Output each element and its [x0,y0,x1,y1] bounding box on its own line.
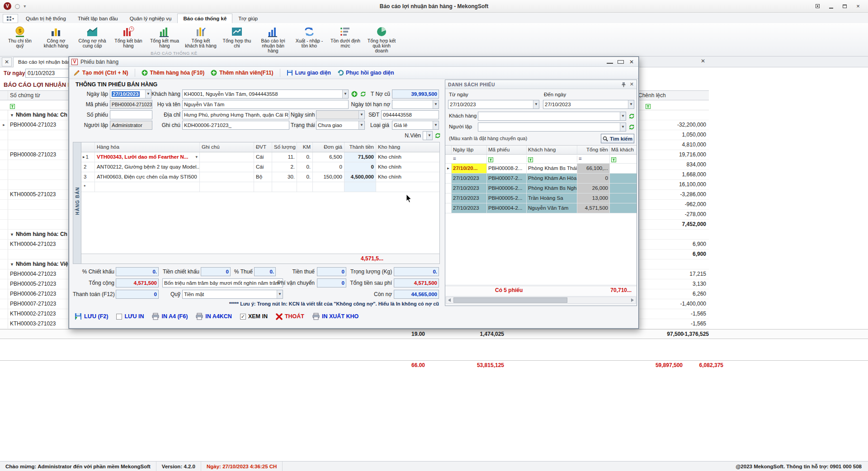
thue-pct-input[interactable]: 0. [254,267,276,276]
ngay-lap-input[interactable]: 27/10/2023▼ [110,89,151,99]
add-staff-button[interactable]: Thêm nhân viên(F11) [211,70,273,76]
refresh-icon[interactable] [360,91,366,97]
preview-checkbox[interactable]: ✓ XEM IN [240,313,268,320]
dropdown-arrow-icon[interactable]: ▼ [426,132,432,140]
checkbox-checked-icon[interactable]: ✓ [240,314,246,320]
tab-bao-cao-thong-ke[interactable]: Báo cáo thống kê [177,14,232,23]
invoice-row[interactable]: 27/10/2023 PBH00005-2... Trần Hoàng Sa 1… [445,193,637,203]
dialog-maximize-button[interactable] [618,59,624,65]
trang-thai-combo[interactable]: Chưa giao▼ [316,121,365,130]
save-button[interactable]: LƯU (F2) [75,313,108,320]
tab-quan-tri-he-thong[interactable]: Quản trị hệ thống [20,14,72,23]
dropdown-arrow-icon[interactable]: ▼ [359,121,364,129]
tab-close-icon[interactable]: ✕ [2,57,12,66]
sales-grid-row[interactable]: * [81,182,439,192]
ribbon-button-tong-hop-thu-chi[interactable]: Tổng hợp thu chi [219,24,255,49]
khach-hang-combo[interactable]: KH0001, Nguyễn Văn Tám, 0944443558▼ [182,89,349,99]
tab-tro-giup[interactable]: Trợ giúp [232,14,264,23]
dialog-titlebar[interactable]: V Phiếu bán hàng ✕ [69,57,638,67]
col-dvt[interactable]: ĐVT [254,142,272,152]
tab-quan-ly-nghiep-vu[interactable]: Quản lý nghiệp vụ [124,14,178,23]
col-ma-khach[interactable]: Mã khách [610,146,637,154]
dropdown-arrow-icon[interactable]: ▼ [620,123,626,131]
scrollbar-thumb[interactable] [453,297,567,303]
save-print-checkbox[interactable]: LƯU IN [116,313,144,320]
tien-chiet-khau-input[interactable]: 0 [201,267,231,276]
panel-tu-ngay-input[interactable]: 27/10/2023▼ [448,100,539,109]
print-export-button[interactable]: IN XUẤT KHO [312,313,359,320]
scroll-left-icon[interactable] [446,297,453,303]
tabstrip-close-right-icon[interactable]: ✕ [701,58,705,64]
add-product-button[interactable]: Thêm hàng hóa (F10) [142,70,205,76]
panel-header[interactable]: DANH SÁCH PHIẾU ✕ [445,80,637,89]
ribbon-button-xuat-nhap-ton-kho[interactable]: Xuất - nhập - tồn kho [291,24,327,49]
col-kho-hang[interactable]: Kho hàng [376,142,439,152]
invoice-row[interactable]: 27/10/2023 PBH00006-2... Phòng Khám Bs N… [445,184,637,193]
add-customer-icon[interactable] [351,91,358,97]
ribbon-button-tong-hop-ket-qua-kinh-doanh[interactable]: Tổng hợp kết quả kinh doanh [363,24,400,54]
dropdown-arrow-icon[interactable]: ▼ [342,90,348,98]
panel-filter-row[interactable]: = = [445,155,637,164]
col-km[interactable]: KM [297,142,313,152]
quy-combo[interactable]: Tiền mặt▼ [182,290,283,299]
col-khach-hang[interactable]: Khách hàng [527,146,577,154]
dialog-close-button[interactable]: ✕ [628,59,635,65]
dropdown-arrow-icon[interactable]: ▼ [359,111,364,119]
pin-icon[interactable] [621,82,626,87]
close-button[interactable]: × [854,3,862,10]
group-collapse-icon[interactable]: ▼ [10,232,14,237]
ribbon-button-tong-ket-khach-tra-hang[interactable]: Tổng kết khách trả hàng [183,24,219,49]
col-so-luong[interactable]: Số lượng [272,142,297,152]
col-ngay-lap[interactable]: Ngày lập [452,146,487,154]
col-hang-hoa[interactable]: Hàng hóa [95,142,200,152]
ghi-chu-input[interactable]: KDH00006-271023_ [182,121,289,130]
print-a4kcn-button[interactable]: IN A4KCN [196,313,232,320]
trong-luong-input[interactable]: 0. [394,267,439,276]
window-list-button[interactable]: ▾ [3,14,18,23]
print-a4-button[interactable]: IN A4 (F6) [152,313,188,320]
ribbon-button-tong-ket-mua-hang[interactable]: Tổng kết mua hàng [146,24,183,49]
ribbon-button-tong-ket-ban-hang[interactable]: Tổng kết bán hàng [110,24,146,49]
refresh-icon[interactable] [434,132,441,139]
ngay-sinh-combo[interactable]: ▼ [316,110,365,119]
panel-close-icon[interactable]: ✕ [630,81,634,87]
maximize-button[interactable] [841,3,848,10]
chiet-khau-pct-input[interactable]: 0. [116,267,159,276]
panel-den-ngay-input[interactable]: 27/10/2023▼ [543,100,634,109]
invoice-row[interactable]: 27/10/2023 PBH00004-2... Nguyễn Văn Tám … [445,203,637,213]
ribbon-button-thu-chi-ton-quy[interactable]: $ Thu chi tồn quỹ [2,24,38,49]
ribbon-button-cong-no-nha-cung-cap[interactable]: Công nợ nhà cung cấp [74,24,110,49]
dropdown-arrow-icon[interactable]: ▼ [628,100,634,108]
sales-grid-row[interactable]: 3 ATH00603, Điện cực chén của máy STI500… [81,172,439,182]
search-button[interactable]: Tìm kiếm [601,134,634,143]
from-date-input[interactable]: 01/10/2023 [25,69,69,78]
loai-gia-combo[interactable]: Giá lẻ▼ [392,121,439,130]
panel-nguoi-lap-combo[interactable]: ▼ [478,122,626,132]
tab-thiet-lap-ban-dau[interactable]: Thiết lập ban đầu [72,14,124,23]
dialog-minimize-button[interactable] [607,59,613,65]
col-tong-tien[interactable]: Tổng tiền [577,146,610,154]
group-collapse-icon[interactable]: ▼ [10,113,14,118]
grid-side-tab[interactable]: HÀNG BÁN [73,142,81,264]
column-header-so-chung-tu[interactable]: Số chứng từ [8,91,69,100]
sales-grid-row[interactable]: 2 ANT00212, Giường bệnh 2 tay quay Model… [81,162,439,172]
dia-chi-input[interactable]: Hưng Phú, phường Hưng Thạnh, quận Cái R [182,110,289,119]
ribbon-button-cong-no-khach-hang[interactable]: Công nợ khách hàng [38,24,74,49]
restore-layout-button[interactable]: Phục hồi giao diện [337,70,394,76]
checkbox-unchecked-icon[interactable] [116,314,122,320]
exit-button[interactable]: THOÁT [276,313,304,320]
han-no-combo[interactable]: ▼ [392,100,439,109]
column-header-chenh-lech[interactable]: Chênh lệch [635,91,709,100]
scroll-right-icon[interactable] [629,297,636,303]
thanh-toan-input[interactable]: 0 [116,290,159,299]
panel-khach-hang-combo[interactable]: ▼ [478,112,626,121]
group-collapse-icon[interactable]: ▼ [10,262,14,267]
phi-van-chuyen-input[interactable]: 0 [317,278,346,287]
dropdown-arrow-icon[interactable]: ▼ [277,290,283,298]
sdt-input[interactable]: 0944443558 [381,110,439,119]
save-layout-button[interactable]: Lưu giao diện [287,70,331,76]
new-invoice-button[interactable]: Tạo mới (Ctrl + N) [74,70,128,76]
invoice-row[interactable]: 27/10/2023 PBH00007-2... Phòng Khám An H… [445,174,637,184]
refresh-icon[interactable] [628,113,635,119]
col-don-gia[interactable]: Đơn giá [313,142,344,152]
